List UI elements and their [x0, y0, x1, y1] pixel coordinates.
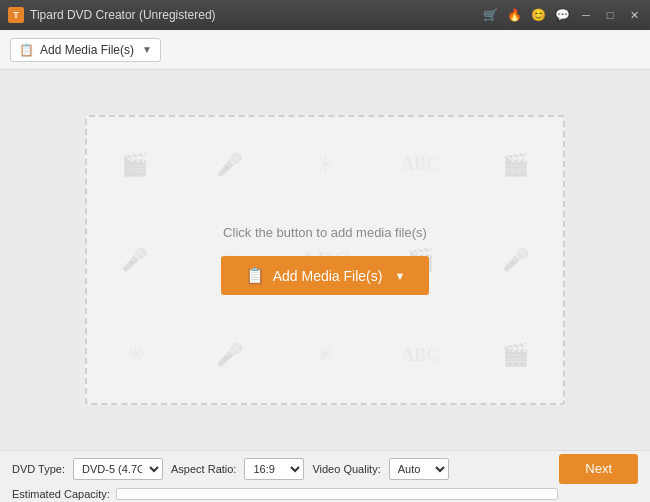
capacity-track-container: 0.5GB 1GB 1.5GB 2GB 2.5GB 3GB 3.5GB 4GB … — [116, 488, 558, 500]
close-button[interactable]: ✕ — [626, 7, 642, 23]
drop-zone-prompt: Click the button to add media file(s) — [223, 225, 427, 240]
app-icon: T — [8, 7, 24, 23]
title-bar: T Tipard DVD Creator (Unregistered) 🛒 🔥 … — [0, 0, 650, 30]
video-quality-select[interactable]: Auto — [389, 458, 449, 480]
capacity-row: Estimated Capacity: 0.5GB 1GB 1.5GB 2GB … — [12, 488, 638, 500]
add-media-toolbar-button[interactable]: 📋 Add Media File(s) ▼ — [10, 38, 161, 62]
main-area: 🎬 🎤 ✳ ABC 🎬 🎤 ✳ ABC 🎬 🎤 ✳ 🎤 ✳ ABC 🎬 Clic… — [0, 70, 650, 450]
big-btn-dropdown-icon: ▼ — [394, 270, 405, 282]
wm2: 🎤 — [182, 117, 277, 212]
chat-icon[interactable]: 💬 — [554, 7, 570, 23]
restore-button[interactable]: □ — [602, 7, 618, 23]
minimize-button[interactable]: ─ — [578, 7, 594, 23]
wm5: 🎬 — [468, 117, 563, 212]
bottom-bar: DVD Type: DVD-5 (4.7G) Aspect Ratio: 16:… — [0, 450, 650, 502]
wm14: ABC — [373, 308, 468, 403]
wm11: ✳ — [87, 308, 182, 403]
capacity-track — [116, 488, 558, 500]
add-media-main-label: Add Media File(s) — [273, 268, 383, 284]
add-media-icon: 📋 — [19, 43, 34, 57]
next-button[interactable]: Next — [559, 454, 638, 484]
wm15: 🎬 — [468, 308, 563, 403]
title-bar-left: T Tipard DVD Creator (Unregistered) — [8, 7, 216, 23]
add-media-toolbar-label: Add Media File(s) — [40, 43, 134, 57]
wm10: 🎤 — [468, 212, 563, 307]
app-title: Tipard DVD Creator (Unregistered) — [30, 8, 216, 22]
dropdown-arrow-icon: ▼ — [142, 44, 152, 55]
dvd-type-label: DVD Type: — [12, 463, 65, 475]
capacity-label: Estimated Capacity: — [12, 488, 110, 500]
wm6: 🎤 — [87, 212, 182, 307]
flame-icon[interactable]: 🔥 — [506, 7, 522, 23]
add-media-main-icon: 📋 — [245, 266, 265, 285]
wm13: ✳ — [277, 308, 372, 403]
bottom-controls-row: DVD Type: DVD-5 (4.7G) Aspect Ratio: 16:… — [12, 454, 638, 484]
title-bar-controls: 🛒 🔥 😊 💬 ─ □ ✕ — [482, 7, 642, 23]
aspect-ratio-label: Aspect Ratio: — [171, 463, 236, 475]
wm12: 🎤 — [182, 308, 277, 403]
toolbar: 📋 Add Media File(s) ▼ — [0, 30, 650, 70]
add-media-main-button[interactable]: 📋 Add Media File(s) ▼ — [221, 256, 430, 295]
wm1: 🎬 — [87, 117, 182, 212]
dvd-type-select[interactable]: DVD-5 (4.7G) — [73, 458, 163, 480]
cart-icon[interactable]: 🛒 — [482, 7, 498, 23]
aspect-ratio-select[interactable]: 16:9 — [244, 458, 304, 480]
video-quality-label: Video Quality: — [312, 463, 380, 475]
smiley-icon[interactable]: 😊 — [530, 7, 546, 23]
wm3: ✳ — [277, 117, 372, 212]
drop-zone: 🎬 🎤 ✳ ABC 🎬 🎤 ✳ ABC 🎬 🎤 ✳ 🎤 ✳ ABC 🎬 Clic… — [85, 115, 565, 405]
wm4: ABC — [373, 117, 468, 212]
